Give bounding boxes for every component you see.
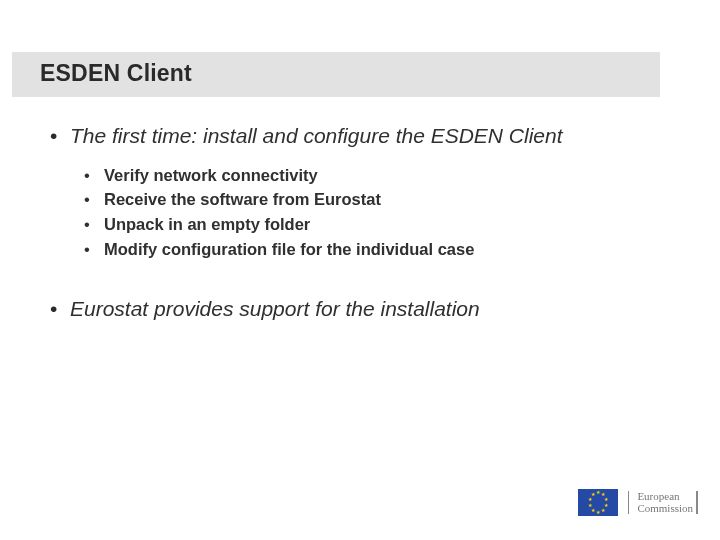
sub-point-3: Unpack in an empty folder	[78, 212, 674, 237]
eu-stars-icon: ★ ★ ★ ★ ★ ★ ★ ★ ★ ★	[587, 492, 609, 514]
sub-point-1-text: Verify network connectivity	[104, 166, 318, 184]
ec-logo-text: European Commission	[628, 491, 698, 514]
sub-point-2-text: Receive the software from Eurostat	[104, 190, 381, 208]
eu-flag-icon: ★ ★ ★ ★ ★ ★ ★ ★ ★ ★	[578, 489, 618, 516]
main-point-install: The first time: install and configure th…	[46, 123, 674, 262]
main-point-install-text: The first time: install and configure th…	[70, 124, 563, 147]
sub-point-1: Verify network connectivity	[78, 163, 674, 188]
ec-line1: European	[637, 491, 693, 503]
main-point-support-text: Eurostat provides support for the instal…	[70, 297, 480, 320]
main-list: The first time: install and configure th…	[0, 123, 720, 321]
sub-list: Verify network connectivity Receive the …	[78, 163, 674, 262]
footer-logo: ★ ★ ★ ★ ★ ★ ★ ★ ★ ★ European Commission	[578, 489, 698, 516]
sub-point-4-text: Modify configuration file for the indivi…	[104, 240, 474, 258]
ec-line2: Commission	[637, 503, 693, 515]
sub-point-4: Modify configuration file for the indivi…	[78, 237, 674, 262]
sub-point-3-text: Unpack in an empty folder	[104, 215, 310, 233]
main-point-support: Eurostat provides support for the instal…	[46, 296, 674, 322]
slide-title-text: ESDEN Client	[40, 60, 192, 86]
sub-point-2: Receive the software from Eurostat	[78, 187, 674, 212]
slide-title: ESDEN Client	[12, 52, 660, 97]
slide: ESDEN Client The first time: install and…	[0, 52, 720, 321]
